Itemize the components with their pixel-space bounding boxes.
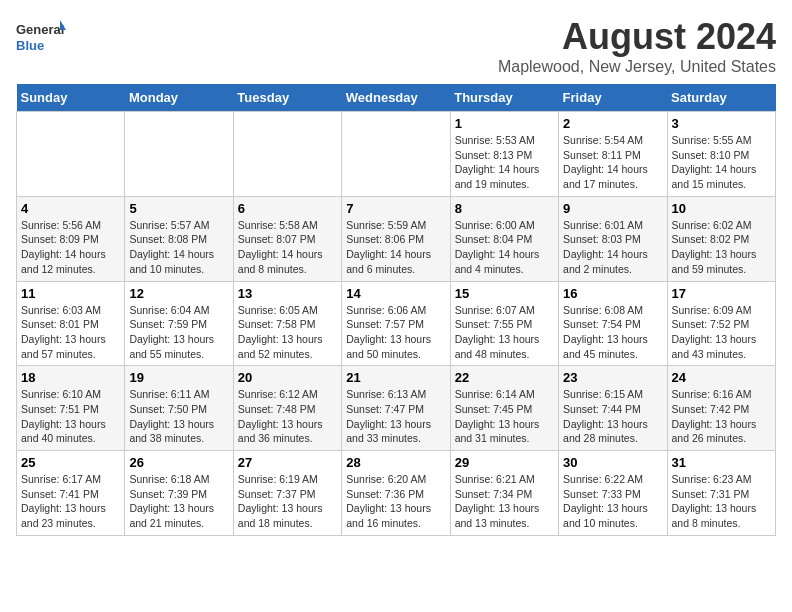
day-cell	[233, 112, 341, 197]
day-cell: 9Sunrise: 6:01 AM Sunset: 8:03 PM Daylig…	[559, 196, 667, 281]
day-number: 14	[346, 286, 445, 301]
day-cell: 5Sunrise: 5:57 AM Sunset: 8:08 PM Daylig…	[125, 196, 233, 281]
day-info: Sunrise: 6:11 AM Sunset: 7:50 PM Dayligh…	[129, 388, 214, 444]
day-cell: 31Sunrise: 6:23 AM Sunset: 7:31 PM Dayli…	[667, 451, 775, 536]
day-info: Sunrise: 6:17 AM Sunset: 7:41 PM Dayligh…	[21, 473, 106, 529]
day-cell: 15Sunrise: 6:07 AM Sunset: 7:55 PM Dayli…	[450, 281, 558, 366]
header: General Blue August 2024 Maplewood, New …	[16, 16, 776, 76]
day-info: Sunrise: 6:16 AM Sunset: 7:42 PM Dayligh…	[672, 388, 757, 444]
day-info: Sunrise: 6:08 AM Sunset: 7:54 PM Dayligh…	[563, 304, 648, 360]
day-info: Sunrise: 6:23 AM Sunset: 7:31 PM Dayligh…	[672, 473, 757, 529]
day-number: 19	[129, 370, 228, 385]
day-number: 15	[455, 286, 554, 301]
svg-text:Blue: Blue	[16, 38, 44, 53]
day-number: 22	[455, 370, 554, 385]
calendar-table: SundayMondayTuesdayWednesdayThursdayFrid…	[16, 84, 776, 536]
logo: General Blue	[16, 16, 66, 56]
day-number: 6	[238, 201, 337, 216]
week-row-3: 11Sunrise: 6:03 AM Sunset: 8:01 PM Dayli…	[17, 281, 776, 366]
day-info: Sunrise: 6:01 AM Sunset: 8:03 PM Dayligh…	[563, 219, 648, 275]
day-info: Sunrise: 6:18 AM Sunset: 7:39 PM Dayligh…	[129, 473, 214, 529]
week-row-5: 25Sunrise: 6:17 AM Sunset: 7:41 PM Dayli…	[17, 451, 776, 536]
day-number: 24	[672, 370, 771, 385]
day-number: 21	[346, 370, 445, 385]
day-number: 25	[21, 455, 120, 470]
day-cell: 30Sunrise: 6:22 AM Sunset: 7:33 PM Dayli…	[559, 451, 667, 536]
day-cell: 24Sunrise: 6:16 AM Sunset: 7:42 PM Dayli…	[667, 366, 775, 451]
day-cell: 13Sunrise: 6:05 AM Sunset: 7:58 PM Dayli…	[233, 281, 341, 366]
day-info: Sunrise: 6:22 AM Sunset: 7:33 PM Dayligh…	[563, 473, 648, 529]
day-cell	[342, 112, 450, 197]
day-number: 13	[238, 286, 337, 301]
day-info: Sunrise: 5:55 AM Sunset: 8:10 PM Dayligh…	[672, 134, 757, 190]
day-info: Sunrise: 5:53 AM Sunset: 8:13 PM Dayligh…	[455, 134, 540, 190]
day-number: 2	[563, 116, 662, 131]
week-row-2: 4Sunrise: 5:56 AM Sunset: 8:09 PM Daylig…	[17, 196, 776, 281]
header-cell-wednesday: Wednesday	[342, 84, 450, 112]
day-info: Sunrise: 6:15 AM Sunset: 7:44 PM Dayligh…	[563, 388, 648, 444]
day-cell: 23Sunrise: 6:15 AM Sunset: 7:44 PM Dayli…	[559, 366, 667, 451]
day-number: 29	[455, 455, 554, 470]
day-number: 11	[21, 286, 120, 301]
day-info: Sunrise: 5:54 AM Sunset: 8:11 PM Dayligh…	[563, 134, 648, 190]
day-number: 27	[238, 455, 337, 470]
day-info: Sunrise: 5:58 AM Sunset: 8:07 PM Dayligh…	[238, 219, 323, 275]
day-cell: 6Sunrise: 5:58 AM Sunset: 8:07 PM Daylig…	[233, 196, 341, 281]
week-row-4: 18Sunrise: 6:10 AM Sunset: 7:51 PM Dayli…	[17, 366, 776, 451]
logo-svg: General Blue	[16, 16, 66, 56]
day-cell: 29Sunrise: 6:21 AM Sunset: 7:34 PM Dayli…	[450, 451, 558, 536]
day-number: 3	[672, 116, 771, 131]
day-info: Sunrise: 6:19 AM Sunset: 7:37 PM Dayligh…	[238, 473, 323, 529]
day-cell: 26Sunrise: 6:18 AM Sunset: 7:39 PM Dayli…	[125, 451, 233, 536]
day-info: Sunrise: 6:04 AM Sunset: 7:59 PM Dayligh…	[129, 304, 214, 360]
day-number: 16	[563, 286, 662, 301]
header-cell-sunday: Sunday	[17, 84, 125, 112]
day-cell	[125, 112, 233, 197]
title-area: August 2024 Maplewood, New Jersey, Unite…	[498, 16, 776, 76]
day-cell: 21Sunrise: 6:13 AM Sunset: 7:47 PM Dayli…	[342, 366, 450, 451]
day-cell: 27Sunrise: 6:19 AM Sunset: 7:37 PM Dayli…	[233, 451, 341, 536]
day-number: 23	[563, 370, 662, 385]
day-cell: 19Sunrise: 6:11 AM Sunset: 7:50 PM Dayli…	[125, 366, 233, 451]
day-cell: 8Sunrise: 6:00 AM Sunset: 8:04 PM Daylig…	[450, 196, 558, 281]
day-info: Sunrise: 5:57 AM Sunset: 8:08 PM Dayligh…	[129, 219, 214, 275]
day-info: Sunrise: 6:10 AM Sunset: 7:51 PM Dayligh…	[21, 388, 106, 444]
day-cell: 2Sunrise: 5:54 AM Sunset: 8:11 PM Daylig…	[559, 112, 667, 197]
day-number: 28	[346, 455, 445, 470]
day-info: Sunrise: 6:21 AM Sunset: 7:34 PM Dayligh…	[455, 473, 540, 529]
day-info: Sunrise: 6:20 AM Sunset: 7:36 PM Dayligh…	[346, 473, 431, 529]
day-info: Sunrise: 6:03 AM Sunset: 8:01 PM Dayligh…	[21, 304, 106, 360]
day-info: Sunrise: 6:14 AM Sunset: 7:45 PM Dayligh…	[455, 388, 540, 444]
day-cell: 12Sunrise: 6:04 AM Sunset: 7:59 PM Dayli…	[125, 281, 233, 366]
day-cell: 22Sunrise: 6:14 AM Sunset: 7:45 PM Dayli…	[450, 366, 558, 451]
day-number: 7	[346, 201, 445, 216]
main-title: August 2024	[498, 16, 776, 58]
day-number: 9	[563, 201, 662, 216]
day-cell	[17, 112, 125, 197]
day-cell: 20Sunrise: 6:12 AM Sunset: 7:48 PM Dayli…	[233, 366, 341, 451]
day-cell: 1Sunrise: 5:53 AM Sunset: 8:13 PM Daylig…	[450, 112, 558, 197]
day-cell: 3Sunrise: 5:55 AM Sunset: 8:10 PM Daylig…	[667, 112, 775, 197]
header-cell-saturday: Saturday	[667, 84, 775, 112]
day-info: Sunrise: 6:00 AM Sunset: 8:04 PM Dayligh…	[455, 219, 540, 275]
day-number: 18	[21, 370, 120, 385]
day-info: Sunrise: 6:12 AM Sunset: 7:48 PM Dayligh…	[238, 388, 323, 444]
day-number: 12	[129, 286, 228, 301]
header-cell-monday: Monday	[125, 84, 233, 112]
week-row-1: 1Sunrise: 5:53 AM Sunset: 8:13 PM Daylig…	[17, 112, 776, 197]
header-cell-friday: Friday	[559, 84, 667, 112]
day-number: 8	[455, 201, 554, 216]
day-info: Sunrise: 5:59 AM Sunset: 8:06 PM Dayligh…	[346, 219, 431, 275]
day-cell: 25Sunrise: 6:17 AM Sunset: 7:41 PM Dayli…	[17, 451, 125, 536]
svg-text:General: General	[16, 22, 64, 37]
day-info: Sunrise: 6:07 AM Sunset: 7:55 PM Dayligh…	[455, 304, 540, 360]
header-cell-thursday: Thursday	[450, 84, 558, 112]
day-info: Sunrise: 6:06 AM Sunset: 7:57 PM Dayligh…	[346, 304, 431, 360]
day-cell: 28Sunrise: 6:20 AM Sunset: 7:36 PM Dayli…	[342, 451, 450, 536]
day-number: 10	[672, 201, 771, 216]
day-info: Sunrise: 6:13 AM Sunset: 7:47 PM Dayligh…	[346, 388, 431, 444]
day-number: 4	[21, 201, 120, 216]
subtitle: Maplewood, New Jersey, United States	[498, 58, 776, 76]
day-number: 5	[129, 201, 228, 216]
day-cell: 17Sunrise: 6:09 AM Sunset: 7:52 PM Dayli…	[667, 281, 775, 366]
